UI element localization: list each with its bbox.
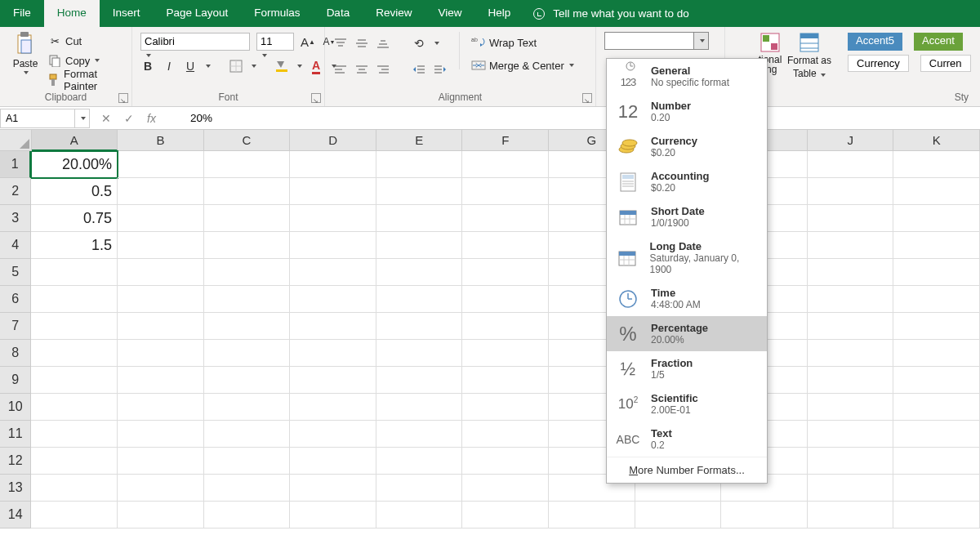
formula-input[interactable]: 20% (167, 112, 212, 124)
cell[interactable] (462, 232, 549, 259)
cell[interactable] (204, 178, 291, 205)
cell[interactable] (290, 394, 376, 421)
row-header[interactable]: 10 (0, 394, 31, 421)
cell[interactable] (376, 259, 463, 286)
more-number-formats[interactable]: More Number Formats... (607, 457, 767, 483)
align-middle-icon[interactable] (354, 36, 369, 51)
cell[interactable] (118, 421, 204, 448)
cell[interactable] (893, 448, 980, 475)
cell[interactable] (31, 502, 118, 528)
cell[interactable] (290, 475, 376, 502)
cell[interactable] (31, 475, 118, 502)
cell-style-accent6[interactable]: Accent (914, 33, 963, 51)
cell[interactable] (808, 259, 894, 286)
tell-me-search[interactable]: Tell me what you want to do (523, 0, 699, 27)
cell[interactable] (462, 502, 549, 528)
format-painter-button[interactable]: Format Painter (47, 71, 123, 89)
cell[interactable] (376, 232, 463, 259)
cell[interactable] (290, 232, 376, 259)
cell[interactable] (290, 313, 376, 340)
cell[interactable] (290, 367, 376, 394)
cell[interactable] (204, 259, 291, 286)
font-size-combo[interactable]: 11 (256, 33, 294, 51)
cell[interactable] (893, 367, 980, 394)
row-header[interactable]: 4 (0, 232, 31, 259)
cell[interactable] (808, 394, 894, 421)
column-header-J[interactable]: J (808, 130, 894, 151)
tab-view[interactable]: View (425, 0, 474, 27)
number-format-option[interactable]: 123GeneralNo specific format (607, 59, 767, 94)
cell[interactable] (290, 205, 376, 232)
cell[interactable] (893, 313, 980, 340)
cell[interactable] (290, 421, 376, 448)
number-format-option[interactable]: Long DateSaturday, January 0, 1900 (607, 234, 767, 281)
cell[interactable] (376, 475, 463, 502)
paste-button[interactable]: Paste (8, 32, 42, 74)
cell[interactable] (808, 232, 894, 259)
cell[interactable] (808, 313, 894, 340)
tab-data[interactable]: Data (314, 0, 363, 27)
cell[interactable] (118, 313, 204, 340)
number-format-option[interactable]: Short Date1/0/1900 (607, 199, 767, 234)
row-header[interactable]: 8 (0, 340, 31, 367)
cell[interactable] (118, 367, 204, 394)
number-format-option[interactable]: ½Fraction1/5 (607, 351, 767, 386)
cell[interactable] (462, 178, 549, 205)
align-center-icon[interactable] (354, 62, 369, 77)
cell[interactable] (204, 367, 291, 394)
column-header-F[interactable]: F (462, 130, 549, 151)
column-header-A[interactable]: A (32, 130, 118, 151)
select-all-triangle[interactable] (0, 130, 32, 151)
number-format-option[interactable]: Accounting$0.20 (607, 164, 767, 199)
confirm-formula-icon[interactable]: ✓ (124, 112, 134, 125)
tab-insert[interactable]: Insert (100, 0, 154, 27)
cell[interactable] (290, 178, 376, 205)
cell[interactable]: 20.00% (31, 151, 118, 178)
number-format-combo[interactable] (604, 32, 709, 50)
cell[interactable] (893, 502, 980, 528)
cell[interactable] (462, 421, 549, 448)
cell[interactable] (808, 367, 894, 394)
cell[interactable] (204, 286, 291, 313)
cell[interactable] (290, 151, 376, 178)
cell[interactable] (462, 448, 549, 475)
number-format-option[interactable]: Time4:48:00 AM (607, 281, 767, 316)
cell[interactable]: 0.75 (31, 205, 118, 232)
orientation-button[interactable]: ⟲ (412, 36, 426, 51)
row-header[interactable]: 9 (0, 367, 31, 394)
cell[interactable] (118, 394, 204, 421)
cell[interactable] (376, 502, 463, 528)
clipboard-launcher[interactable] (118, 93, 128, 103)
cell[interactable] (31, 313, 118, 340)
cell[interactable] (376, 205, 463, 232)
tab-page-layout[interactable]: Page Layout (154, 0, 242, 27)
tab-review[interactable]: Review (363, 0, 425, 27)
cell[interactable] (290, 502, 376, 528)
increase-font-icon[interactable]: A▲ (301, 34, 315, 49)
row-header[interactable]: 2 (0, 178, 31, 205)
increase-indent-icon[interactable] (433, 62, 448, 77)
cell[interactable] (118, 178, 204, 205)
italic-button[interactable]: I (162, 59, 176, 74)
cell[interactable] (893, 232, 980, 259)
number-format-option[interactable]: Currency$0.20 (607, 129, 767, 164)
cell[interactable] (31, 421, 118, 448)
cell[interactable] (462, 367, 549, 394)
cell[interactable] (376, 151, 463, 178)
cell[interactable] (462, 151, 549, 178)
align-top-icon[interactable] (333, 36, 348, 51)
cell[interactable] (893, 178, 980, 205)
cell[interactable] (31, 394, 118, 421)
merge-center-button[interactable]: Merge & Center (471, 56, 574, 74)
cell[interactable] (376, 178, 463, 205)
cell[interactable] (376, 313, 463, 340)
align-left-icon[interactable] (333, 62, 348, 77)
cell[interactable] (31, 286, 118, 313)
bold-button[interactable]: B (140, 59, 155, 74)
cell[interactable] (808, 205, 894, 232)
cell[interactable] (118, 340, 204, 367)
cell[interactable] (376, 421, 463, 448)
cell[interactable] (118, 259, 204, 286)
cell[interactable] (118, 232, 204, 259)
column-header-C[interactable]: C (204, 130, 291, 151)
